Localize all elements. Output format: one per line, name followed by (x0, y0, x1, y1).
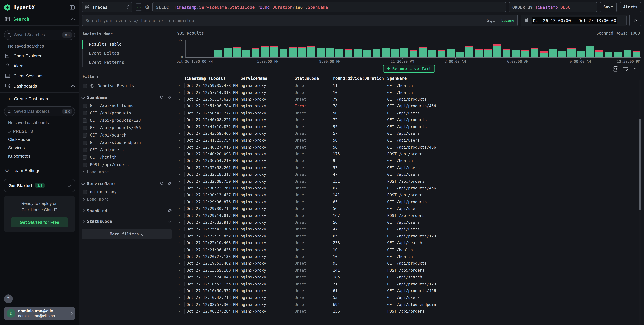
column-header-servicename[interactable]: ServiceName (240, 76, 295, 81)
filter-option[interactable]: GET /api/users (82, 146, 172, 154)
filter-option[interactable]: GET /health (82, 154, 172, 161)
table-row[interactable]: ›Oct 27 12:29:36.876 PMnginx-proxyUnset6… (176, 198, 641, 205)
table-row[interactable]: ›Oct 27 12:44:10.832 PMnginx-proxyUnset9… (176, 123, 641, 130)
table-row[interactable]: ›Oct 27 12:10:53.155 PMnginx-proxyUnset7… (176, 281, 641, 288)
histogram-bar[interactable] (437, 39, 446, 57)
resume-live-tail-button[interactable]: Resume Live Tail (383, 65, 435, 73)
filter-option[interactable]: GET /api/slow-endpoint (82, 139, 172, 146)
denoise-results-checkbox[interactable]: Denoise Results (82, 82, 172, 89)
filter-group-header-StatusCode[interactable]: StatusCode (82, 219, 172, 224)
user-menu[interactable]: D dominic.tran@clic... dominic.tran@clic… (4, 306, 75, 320)
filter-group-header-SpanName[interactable]: SpanName (82, 95, 172, 100)
sidebar-item-dashboards[interactable]: Dashboards (0, 81, 79, 91)
pin-icon[interactable] (168, 181, 172, 186)
create-dashboard-button[interactable]: + Create Dashboard (0, 94, 79, 104)
histogram-bar[interactable] (632, 39, 641, 57)
histogram-bar[interactable] (372, 39, 381, 57)
filter-option[interactable]: GET /api/search (82, 131, 172, 139)
table-row[interactable]: ›Oct 27 12:13:59.180 PMnginx-proxyUnset1… (176, 267, 641, 274)
scrollbar-thumb[interactable] (639, 119, 641, 210)
histogram-bar[interactable] (465, 39, 474, 57)
histogram-bar[interactable] (381, 39, 390, 57)
histogram-bar[interactable] (530, 39, 539, 57)
histogram-bar[interactable] (307, 39, 316, 57)
sidebar-item-team-settings[interactable]: ⚙ Team Settings (0, 165, 79, 176)
histogram-bar[interactable] (353, 39, 362, 57)
sidebar-item-chart-explorer[interactable]: Chart Explorer (0, 51, 79, 61)
histogram-bar[interactable] (195, 39, 204, 57)
select-expression-input[interactable]: SELECT Timestamp,ServiceName,StatusCode,… (152, 2, 506, 12)
histogram-bar[interactable] (260, 39, 270, 57)
run-query-button[interactable] (629, 15, 641, 26)
histogram-bar[interactable] (492, 39, 502, 57)
more-filters-button[interactable]: More filters (82, 229, 172, 239)
table-row[interactable]: ›Oct 27 12:32:08.750 PMnginx-proxyUnset1… (176, 178, 641, 185)
histogram-bar[interactable] (251, 39, 260, 57)
histogram-bar[interactable] (558, 39, 567, 57)
table-row[interactable]: ›Oct 27 12:40:20.093 PMnginx-proxyUnset1… (176, 151, 641, 157)
histogram-bar[interactable] (418, 39, 428, 57)
table-row[interactable]: ›Oct 27 12:25:42.306 PMnginx-proxyUnset4… (176, 226, 641, 233)
source-select[interactable]: Traces (82, 2, 132, 12)
table-row[interactable]: ›Oct 27 12:43:59.465 PMnginx-proxyUnset5… (176, 130, 641, 137)
histogram-plot[interactable]: 36 0 (185, 39, 641, 58)
source-settings-gear-icon[interactable]: ⚙ (145, 4, 150, 10)
sidebar-collapse-button[interactable] (70, 5, 75, 10)
filter-option[interactable]: GET /api/products/456 (82, 124, 172, 131)
table-row[interactable]: ›Oct 27 12:50:42.777 PMnginx-proxyUnset5… (176, 109, 641, 116)
table-row[interactable]: ›Oct 27 12:57:14.313 PMnginx-proxyUnset1… (176, 89, 641, 96)
histogram-bar[interactable] (576, 39, 586, 57)
preset-clickhouse[interactable]: ClickHouse (0, 135, 79, 144)
presets-toggle[interactable]: PRESETS (0, 127, 79, 135)
filter-group-header-ServiceName[interactable]: ServiceName (82, 181, 172, 186)
sidebar-item-alerts[interactable]: Alerts (0, 61, 79, 71)
table-row[interactable]: ›Oct 27 12:36:54.210 PMnginx-proxyUnset9… (176, 157, 641, 164)
load-more-button[interactable]: Load more (82, 168, 172, 176)
histogram-bar[interactable] (400, 39, 409, 57)
event-search-input[interactable] (82, 15, 518, 26)
table-row[interactable]: ›Oct 27 12:13:24.048 PMnginx-proxyUnset1… (176, 274, 641, 281)
histogram-bar[interactable] (595, 39, 604, 57)
load-more-button[interactable]: Load more (82, 196, 172, 203)
table-row[interactable]: ›Oct 27 12:30:13.437 PMnginx-proxyUnset1… (176, 192, 641, 199)
histogram-bar[interactable] (390, 39, 400, 57)
table-row[interactable]: ›Oct 27 12:22:19.852 PMnginx-proxyUnset6… (176, 233, 641, 240)
filter-option[interactable]: POST /api/orders (82, 161, 172, 168)
code-toggle-button[interactable]: <> (135, 3, 142, 11)
filter-group-header-SpanKind[interactable]: SpanKind (82, 208, 172, 213)
histogram-bar[interactable] (548, 39, 558, 57)
table-row[interactable]: ›Oct 27 12:19:53.482 PMnginx-proxyUnset9… (176, 260, 641, 267)
table-row[interactable]: ›Oct 27 12:59:35.478 PMnginx-proxyUnset1… (176, 82, 641, 89)
filter-option[interactable]: GET /api/products/123 (82, 117, 172, 124)
sidebar-item-client-sessions[interactable]: Client Sessions (0, 71, 79, 81)
column-header-timestamp[interactable]: Timestamp (Local) (184, 76, 240, 81)
histogram-bar[interactable] (186, 39, 195, 57)
preset-kubernetes[interactable]: Kubernetes (0, 152, 79, 160)
alerts-button[interactable]: Alerts (619, 2, 641, 12)
column-header-spanname[interactable]: SpanName (387, 76, 641, 81)
column-header-duration[interactable]: round(divide(Duration (333, 76, 387, 81)
table-row[interactable]: ›Oct 27 12:40:27.016 PMnginx-proxyUnset5… (176, 144, 641, 151)
histogram-bar[interactable] (502, 39, 511, 57)
table-row[interactable]: ›Oct 27 12:32:18.313 PMnginx-proxyUnset4… (176, 171, 641, 178)
table-row[interactable]: ›Oct 27 12:53:17.623 PMnginx-proxyUnset7… (176, 96, 641, 103)
histogram-bar[interactable] (232, 39, 242, 57)
histogram-bar[interactable] (511, 39, 520, 57)
histogram-bar[interactable] (409, 39, 418, 57)
histogram-bar[interactable] (334, 39, 344, 57)
date-range-picker[interactable]: Oct 26 13:00:00 - Oct 27 13:00:00 (520, 15, 626, 26)
histogram-bar[interactable] (474, 39, 483, 57)
get-started-free-button[interactable]: Get Started for Free (11, 217, 68, 227)
histogram-bar[interactable] (223, 39, 232, 57)
histogram-bar[interactable] (214, 39, 223, 57)
pin-icon[interactable] (168, 219, 172, 223)
histogram-bar[interactable] (344, 39, 353, 57)
view-source-button[interactable] (613, 66, 618, 72)
histogram-bar[interactable] (623, 39, 632, 57)
wrap-lines-button[interactable] (622, 66, 628, 72)
table-row[interactable]: ›Oct 27 12:10:42.713 PMnginx-proxyUnset5… (176, 294, 641, 301)
histogram-bar[interactable] (456, 39, 465, 57)
histogram-bar[interactable] (520, 39, 530, 57)
histogram-bar[interactable] (428, 39, 437, 57)
lucene-toggle[interactable]: Lucene (501, 18, 514, 23)
